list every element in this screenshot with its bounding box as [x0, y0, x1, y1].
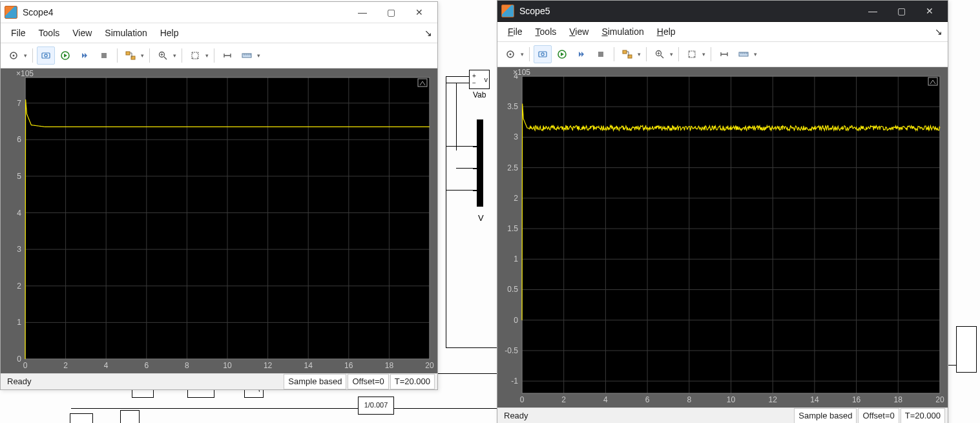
block-label-v: V	[478, 213, 484, 223]
svg-text:20: 20	[425, 361, 434, 370]
menu-simulation[interactable]: Simulation	[596, 25, 649, 38]
ruler-button[interactable]	[238, 46, 256, 65]
svg-point-66	[541, 53, 544, 56]
svg-marker-6	[82, 53, 85, 58]
gain-block: 1/0.007	[358, 397, 394, 415]
menubar: File Tools View Simulation Help ↘	[1, 23, 437, 43]
scope4-chart[interactable]: 0246810121416182001234567×105	[1, 68, 437, 373]
autoscale-dropdown[interactable]: ▾	[701, 51, 707, 57]
svg-text:4: 4	[17, 209, 21, 218]
dock-icon[interactable]: ↘	[424, 28, 432, 38]
settings-button[interactable]	[5, 46, 23, 65]
svg-text:1: 1	[514, 254, 518, 263]
stop-button[interactable]	[95, 46, 113, 65]
run-button[interactable]	[56, 46, 74, 65]
camera-button[interactable]	[37, 46, 55, 65]
menu-file[interactable]: File	[503, 25, 528, 38]
svg-text:2: 2	[17, 282, 21, 291]
autoscale-button[interactable]	[683, 45, 701, 63]
camera-button[interactable]	[534, 45, 552, 63]
svg-rect-71	[598, 52, 603, 57]
status-time: T=20.000	[901, 408, 945, 423]
close-button[interactable]: ✕	[915, 2, 944, 20]
svg-text:0: 0	[514, 316, 518, 325]
svg-text:2: 2	[63, 361, 68, 370]
minimize-button[interactable]: —	[348, 3, 377, 21]
ruler-dropdown[interactable]: ▾	[753, 51, 758, 57]
autoscale-button[interactable]	[186, 46, 204, 65]
svg-rect-8	[101, 53, 107, 58]
signals-dropdown[interactable]: ▾	[140, 52, 145, 59]
signals-dropdown[interactable]: ▾	[636, 51, 642, 57]
measurements-button[interactable]	[218, 46, 236, 65]
window-title: Scope5	[519, 6, 859, 16]
status-ready: Ready	[500, 409, 532, 423]
settings-button[interactable]	[501, 45, 519, 63]
maximize-button[interactable]: ▢	[377, 3, 405, 21]
minimize-button[interactable]: —	[859, 2, 887, 20]
signals-button[interactable]	[618, 45, 636, 63]
svg-text:0: 0	[17, 355, 21, 364]
step-button[interactable]	[572, 45, 590, 63]
scope5-chart[interactable]: 02468101214161820-1-0.500.511.522.533.54…	[497, 67, 948, 408]
menu-help[interactable]: Help	[652, 25, 681, 38]
maximize-button[interactable]: ▢	[887, 2, 915, 20]
menu-help[interactable]: Help	[155, 26, 184, 39]
close-button[interactable]: ✕	[405, 3, 433, 21]
plot-area: 0246810121416182001234567×105	[1, 68, 437, 373]
svg-text:6: 6	[17, 135, 21, 144]
zoom-dropdown[interactable]: ▾	[669, 51, 674, 57]
step-button[interactable]	[76, 46, 94, 65]
svg-point-3	[45, 54, 47, 57]
menu-view[interactable]: View	[564, 25, 594, 38]
menu-view[interactable]: View	[67, 26, 97, 39]
menubar: File Tools View Simulation Help ↘	[497, 22, 948, 42]
matlab-icon	[5, 6, 17, 19]
toolbar: ▾ ▾ ▾ ▾ ▾	[497, 42, 948, 67]
svg-text:0: 0	[23, 361, 28, 370]
measurements-button[interactable]	[715, 45, 733, 63]
status-mode: Sample based	[794, 408, 857, 423]
menu-tools[interactable]: Tools	[530, 25, 562, 38]
svg-text:10: 10	[223, 361, 232, 370]
status-offset: Offset=0	[858, 408, 899, 423]
ruler-button[interactable]	[735, 45, 753, 63]
statusbar: Ready Sample based Offset=0 T=20.000	[1, 373, 437, 389]
scope4-window: Scope4 — ▢ ✕ File Tools View Simulation …	[0, 1, 438, 390]
matlab-icon	[501, 5, 514, 17]
svg-rect-65	[539, 52, 547, 57]
svg-text:7: 7	[17, 99, 21, 108]
svg-text:8: 8	[687, 395, 691, 404]
svg-text:8: 8	[185, 361, 189, 370]
svg-marker-7	[85, 53, 87, 58]
svg-text:1.5: 1.5	[507, 224, 518, 233]
svg-rect-9	[126, 52, 130, 55]
statusbar: Ready Sample based Offset=0 T=20.000	[497, 408, 948, 423]
signals-button[interactable]	[121, 46, 140, 65]
svg-rect-72	[623, 50, 627, 54]
svg-text:16: 16	[852, 395, 861, 404]
settings-dropdown[interactable]: ▾	[23, 52, 28, 59]
svg-text:×105: ×105	[16, 69, 34, 78]
plot-area: 02468101214161820-1-0.500.511.522.533.54…	[497, 67, 948, 408]
svg-text:6: 6	[144, 361, 149, 370]
titlebar[interactable]: Scope4 — ▢ ✕	[1, 2, 437, 23]
zoom-button[interactable]	[651, 45, 669, 63]
svg-text:0.5: 0.5	[507, 285, 518, 294]
svg-text:1: 1	[17, 318, 21, 327]
menu-tools[interactable]: Tools	[34, 26, 65, 39]
menu-file[interactable]: File	[6, 26, 31, 39]
menu-simulation[interactable]: Simulation	[99, 26, 152, 39]
stop-button[interactable]	[592, 45, 610, 63]
zoom-dropdown[interactable]: ▾	[172, 52, 178, 59]
ruler-dropdown[interactable]: ▾	[256, 52, 262, 59]
svg-point-64	[510, 54, 512, 56]
titlebar[interactable]: Scope5 — ▢ ✕	[497, 1, 948, 22]
run-button[interactable]	[553, 45, 571, 63]
settings-dropdown[interactable]: ▾	[519, 51, 525, 57]
dock-icon[interactable]: ↘	[935, 26, 943, 37]
block-label-vab: Vab	[473, 90, 486, 99]
svg-text:-1: -1	[511, 377, 518, 386]
autoscale-dropdown[interactable]: ▾	[204, 52, 210, 59]
zoom-button[interactable]	[154, 46, 172, 65]
